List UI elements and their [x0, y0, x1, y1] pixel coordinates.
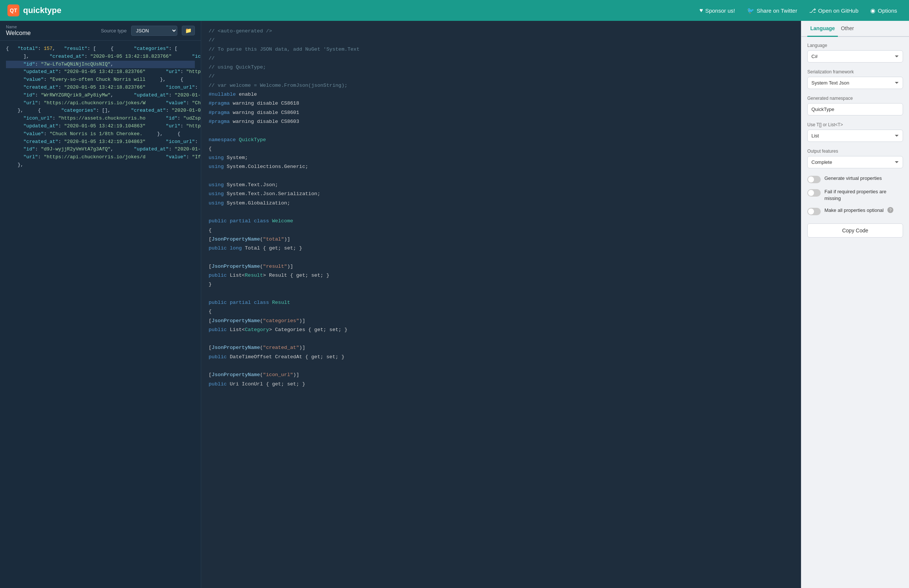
tab-other[interactable]: Other — [838, 21, 857, 37]
logo-icon: QT — [8, 5, 19, 16]
name-label: Name — [6, 24, 97, 29]
left-panel: Name Source type JSON JSON Schema TypeSc… — [0, 21, 201, 588]
toggle-optional-properties: Make all properties optional ? — [807, 207, 903, 215]
twitter-icon: 🐦 — [747, 7, 754, 14]
use-list-select[interactable]: List Array — [807, 129, 903, 142]
optional-properties-label: Make all properties optional — [825, 207, 884, 214]
schema-name-input[interactable] — [6, 30, 97, 37]
code-panel: // <auto-generated /> // // To parse thi… — [201, 21, 801, 588]
language-select[interactable]: C# Go Rust Python TypeScript JavaScript — [807, 50, 903, 63]
left-toolbar: Name Source type JSON JSON Schema TypeSc… — [0, 21, 201, 40]
use-list-option: Use T[] or List<T> List Array — [807, 122, 903, 142]
optional-properties-toggle[interactable] — [807, 208, 821, 215]
nav-links: ♥ Sponsor us! 🐦 Share on Twitter ⎇ Open … — [695, 5, 901, 16]
right-panel: Language Other Language C# Go Rust Pytho… — [801, 21, 909, 588]
json-editor[interactable]: { "total": 157, "result": [ { "categorie… — [0, 40, 201, 588]
use-list-label: Use T[] or List<T> — [807, 122, 903, 128]
output-option: Output features Complete Just types Just… — [807, 149, 903, 168]
eye-icon: ◉ — [870, 7, 875, 14]
namespace-label: Generated namespace — [807, 96, 903, 101]
namespace-option: Generated namespace — [807, 96, 903, 115]
twitter-link[interactable]: 🐦 Share on Twitter — [742, 5, 802, 16]
github-link[interactable]: ⎇ Open on GitHub — [805, 5, 863, 16]
output-select[interactable]: Complete Just types Just serializer — [807, 156, 903, 168]
header: QT quicktype ♥ Sponsor us! 🐦 Share on Tw… — [0, 0, 909, 21]
language-label: Language — [807, 43, 903, 48]
fail-required-toggle[interactable] — [807, 189, 821, 197]
main-layout: Name Source type JSON JSON Schema TypeSc… — [0, 21, 909, 588]
options-body: Language C# Go Rust Python TypeScript Ja… — [801, 37, 909, 244]
file-button[interactable]: 📁 — [182, 26, 195, 36]
code-content: // <auto-generated /> // // To parse thi… — [209, 27, 794, 389]
virtual-properties-label: Generate virtual properties — [825, 175, 882, 182]
toggle-virtual-properties: Generate virtual properties — [807, 175, 903, 183]
source-type-select[interactable]: JSON JSON Schema TypeScript GraphQL — [131, 26, 177, 36]
logo-area: QT quicktype — [8, 5, 689, 16]
heart-icon: ♥ — [699, 7, 703, 14]
namespace-input[interactable] — [807, 103, 903, 115]
github-icon: ⎇ — [809, 7, 816, 14]
serialization-label: Serialization framework — [807, 69, 903, 74]
sponsor-link[interactable]: ♥ Sponsor us! — [695, 5, 739, 16]
toggle-fail-required: Fail if required properties are missing — [807, 189, 903, 202]
options-tabs: Language Other — [801, 21, 909, 37]
serialization-select[interactable]: System Text Json Newtonsoft Json No fram… — [807, 77, 903, 89]
options-link[interactable]: ◉ Options — [866, 5, 901, 16]
source-type-label: Source type — [101, 28, 127, 34]
app-name: quicktype — [23, 6, 61, 15]
tab-language[interactable]: Language — [807, 21, 838, 37]
language-option: Language C# Go Rust Python TypeScript Ja… — [807, 43, 903, 63]
output-label: Output features — [807, 149, 903, 154]
virtual-properties-toggle[interactable] — [807, 176, 821, 183]
fail-required-label: Fail if required properties are missing — [825, 189, 903, 202]
help-icon[interactable]: ? — [887, 207, 893, 213]
serialization-option: Serialization framework System Text Json… — [807, 69, 903, 89]
copy-code-button[interactable]: Copy Code — [807, 223, 903, 237]
